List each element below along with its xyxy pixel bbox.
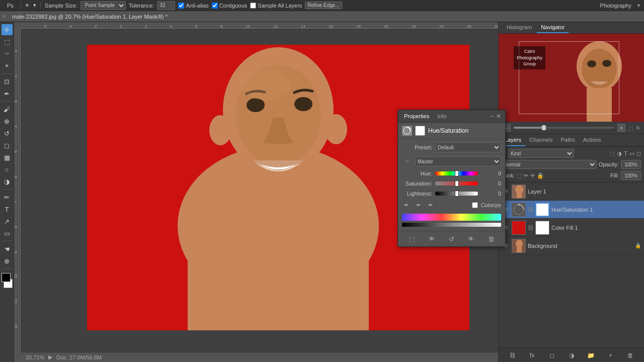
filter-shape-icon[interactable]: ▭ xyxy=(629,150,634,157)
colorfill-name: Color Fill 1 xyxy=(551,225,641,231)
brush-tool[interactable]: 🖌 xyxy=(2,104,13,115)
filter-smartobj-icon[interactable]: ◻ xyxy=(636,150,641,157)
lock-all-icon[interactable]: 🔒 xyxy=(537,172,544,179)
gradient-tool[interactable]: ▦ xyxy=(2,152,13,163)
on-image-adj-icon[interactable]: ☞ xyxy=(402,156,412,166)
svg-point-45 xyxy=(325,114,347,144)
shape-tool[interactable]: ▭ xyxy=(2,228,13,239)
pen-tool[interactable]: ✏ xyxy=(2,192,13,203)
filter-type-icon[interactable]: T xyxy=(624,150,627,157)
sample-icon-1[interactable]: ✒ xyxy=(402,201,411,210)
kind-select[interactable]: Kind xyxy=(508,149,574,158)
sat-thumb[interactable] xyxy=(455,180,459,187)
layer-mask-btn[interactable]: ◻ xyxy=(547,350,557,360)
foreground-color-swatch[interactable] xyxy=(2,273,11,282)
hue-slider[interactable] xyxy=(435,170,478,176)
filter-adjust-icon[interactable]: ◑ xyxy=(617,150,622,157)
path-selection-tool[interactable]: ↗ xyxy=(2,216,13,227)
status-arrow-icon[interactable]: ▶ xyxy=(48,354,52,360)
sample-all-layers-check[interactable]: Sample All Layers xyxy=(250,3,302,9)
huesat-panel-icon-svg xyxy=(403,126,412,135)
panel-close-icon[interactable]: ✕ xyxy=(496,113,501,120)
dodge-tool[interactable]: ◑ xyxy=(2,176,13,187)
tab-filename[interactable]: male-2322882.jpg @ 20.7% (Hue/Saturation… xyxy=(8,14,172,20)
layer-item-colorfill[interactable]: 👁 ⛓ Color Fill 1 xyxy=(499,219,644,237)
sample-icon-3[interactable]: ✒ xyxy=(426,201,435,210)
nav-rotate-icon[interactable]: ↻ xyxy=(636,125,640,131)
layer-adjustment-btn[interactable]: ◑ xyxy=(567,350,577,360)
tab-close-icon[interactable]: ✕ xyxy=(0,14,8,19)
tab-actions[interactable]: Actions xyxy=(579,134,605,146)
magic-wand-tool[interactable]: ⌖ xyxy=(2,60,13,71)
clone-tool[interactable]: ⊕ xyxy=(2,116,13,127)
opacity-input[interactable]: 100% xyxy=(621,160,641,169)
channel-select[interactable]: Master xyxy=(415,156,501,166)
blend-mode-select[interactable]: Normal xyxy=(502,160,597,169)
layer-item-background[interactable]: 👁 Background 🔒 xyxy=(499,237,644,255)
layer-delete-btn[interactable]: 🗑 xyxy=(625,350,635,360)
reset-btn[interactable]: ↺ xyxy=(446,233,457,244)
tab-paths[interactable]: Paths xyxy=(557,134,579,146)
hue-thumb[interactable] xyxy=(455,170,459,176)
layer-fx-btn[interactable]: fx xyxy=(527,350,537,360)
layer-link-btn[interactable]: ⛓ xyxy=(508,350,518,360)
info-tab[interactable]: Info xyxy=(435,112,448,120)
clip-to-layer-btn[interactable]: ⬚ xyxy=(407,233,418,244)
zoom-tool[interactable]: ⊕ xyxy=(2,255,13,266)
refine-edge-button[interactable]: Refine Edge... xyxy=(305,2,342,9)
zoom-in-btn[interactable]: + xyxy=(617,124,625,132)
lock-move-icon[interactable]: ✛ xyxy=(530,172,535,179)
huesat-name: Hue/Saturation 1 xyxy=(551,207,641,213)
sample-icon-2[interactable]: ✒ xyxy=(414,201,423,210)
histogram-tab[interactable]: Histogram xyxy=(503,22,536,33)
saturation-slider[interactable] xyxy=(435,180,478,187)
colorize-checkbox[interactable] xyxy=(472,202,478,208)
workspace-menu[interactable]: Photography xyxy=(597,3,634,9)
layer-group-btn[interactable]: 📁 xyxy=(586,350,596,360)
properties-tab[interactable]: Properties xyxy=(402,112,431,120)
eyedropper-tool[interactable]: ✒ xyxy=(2,88,13,99)
filter-pixel-icon[interactable]: ⬚ xyxy=(610,150,615,157)
hue-value[interactable]: 0 xyxy=(481,170,501,176)
sample-size-select[interactable]: Point Sample xyxy=(80,1,126,10)
crop-tool[interactable]: ⊡ xyxy=(2,76,13,87)
fill-input[interactable]: 100% xyxy=(621,171,641,180)
svg-text:8: 8 xyxy=(220,24,223,29)
lock-brush-icon[interactable]: ✏ xyxy=(524,172,528,179)
type-tool[interactable]: T xyxy=(2,204,13,215)
toggle-visibility-btn[interactable]: 👁 xyxy=(466,233,477,244)
contiguous-check[interactable]: Contiguous xyxy=(212,3,248,9)
workspace-icon[interactable]: ▾ xyxy=(637,3,640,8)
panel-minimize-icon[interactable]: − xyxy=(491,113,494,120)
zoom-slider-thumb[interactable] xyxy=(542,125,546,130)
lightness-slider[interactable] xyxy=(435,191,478,197)
eraser-tool[interactable]: ◻ xyxy=(2,140,13,151)
hand-tool[interactable]: ☚ xyxy=(2,243,13,254)
saturation-value[interactable]: 0 xyxy=(481,180,501,187)
move-tool[interactable]: ✛ xyxy=(2,24,13,35)
brightness-bar xyxy=(402,223,501,227)
anti-alias-check[interactable]: Anti-alias xyxy=(178,3,208,9)
blur-tool[interactable]: ○ xyxy=(2,164,13,175)
light-thumb[interactable] xyxy=(455,191,459,197)
tolerance-input[interactable]: 32 xyxy=(157,1,175,10)
zoom-slider[interactable] xyxy=(514,127,614,129)
lightness-value[interactable]: 0 xyxy=(481,191,501,197)
lasso-tool[interactable]: ⌔ xyxy=(2,48,13,59)
tab-channels[interactable]: Channels xyxy=(525,134,556,146)
sample-icons: ✒ ✒ ✒ xyxy=(402,201,435,210)
navigator-tab[interactable]: Navigator xyxy=(537,22,569,33)
lock-checkerboard-icon[interactable]: ⬚ xyxy=(517,172,522,179)
menu-photoshop[interactable]: Ps xyxy=(4,3,17,9)
lasso-tool-icon[interactable]: ⌖ xyxy=(25,1,29,10)
tool-options-icon[interactable]: ▾ xyxy=(33,2,36,9)
preset-select[interactable]: Default xyxy=(435,142,501,152)
history-brush-tool[interactable]: ↺ xyxy=(2,128,13,139)
layer-item-huesat[interactable]: 👁 ⛓ Hue/Saturation 1 xyxy=(499,201,644,219)
layer-new-btn[interactable]: + xyxy=(606,350,616,360)
view-prev-btn[interactable]: 👁 xyxy=(426,233,437,244)
delete-adj-btn[interactable]: 🗑 xyxy=(486,233,497,244)
marquee-tool[interactable]: ⬚ xyxy=(2,36,13,47)
layer-item-layer1[interactable]: 👁 Layer 1 xyxy=(499,183,644,201)
nav-zoom-icon[interactable]: ⬚ xyxy=(628,125,633,131)
